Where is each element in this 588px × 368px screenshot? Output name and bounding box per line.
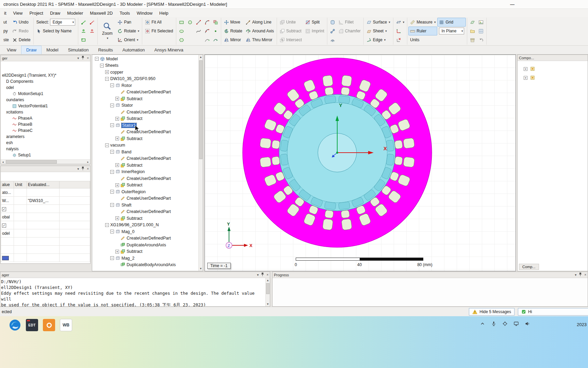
tab-ansys-minerva[interactable]: Ansys Minerva bbox=[150, 46, 188, 54]
expand-icon[interactable]: + bbox=[115, 250, 119, 254]
project-item-nalysis[interactable]: nalysis bbox=[1, 146, 90, 152]
toolbar-button-folder-icon[interactable] bbox=[468, 27, 477, 35]
close-icon[interactable]: × bbox=[87, 57, 89, 60]
toolbar-button-plane-xy-icon[interactable] bbox=[468, 18, 477, 27]
collapse-icon[interactable]: − bbox=[110, 104, 114, 107]
expand-icon[interactable]: + bbox=[105, 70, 109, 74]
toolbar-button-fit-all[interactable]: Fit All bbox=[143, 18, 175, 27]
collapse-icon[interactable]: − bbox=[110, 150, 114, 154]
toolbar-button-measure[interactable]: Measure▾ bbox=[408, 18, 437, 27]
model-tree-item-duplicatebodyaroundaxis[interactable]: DuplicateBodyAroundAxis bbox=[95, 262, 198, 269]
component-tree-node[interactable]: + bbox=[524, 73, 588, 82]
menu-item-help[interactable]: Help bbox=[156, 10, 172, 17]
scrollbar-thumb[interactable] bbox=[266, 283, 270, 294]
toolbar-button-udp-box-icon[interactable] bbox=[211, 18, 220, 27]
project-item-ell2ddesign1-transient-xy[interactable]: ell2DDesign1 (Transient, XY)* bbox=[1, 72, 90, 78]
project-item-phaseb[interactable]: PhaseB bbox=[1, 121, 90, 127]
pin-icon[interactable] bbox=[81, 56, 84, 60]
toolbar-button-edge-select-red2-icon[interactable] bbox=[88, 27, 96, 35]
model-tree-item-subtract[interactable]: +Subtract bbox=[95, 116, 198, 122]
model-tree-item-createuserdefinedpart[interactable]: CreateUserDefinedPart bbox=[95, 209, 198, 215]
property-checkbox[interactable]: ✓ bbox=[2, 207, 6, 211]
model-tree-item-subtract[interactable]: +Subtract bbox=[95, 248, 198, 255]
collapse-icon[interactable]: − bbox=[105, 223, 109, 227]
pin-icon[interactable] bbox=[81, 167, 84, 171]
toolbar-button-draw-circle-icon[interactable] bbox=[186, 18, 194, 27]
vertical-scrollbar[interactable]: ▲ ▼ bbox=[265, 278, 270, 306]
toolbar-button-draw-line-icon[interactable] bbox=[194, 18, 203, 27]
model-tree-item-createuserdefinedpart[interactable]: CreateUserDefinedPart bbox=[95, 235, 198, 242]
project-item-xcitations[interactable]: xcitations bbox=[1, 109, 90, 115]
toolbar-button-zoom[interactable]: Zoom▾ bbox=[99, 18, 116, 44]
project-item-oundaries[interactable]: oundaries bbox=[1, 97, 90, 103]
model-tree-item-outerregion[interactable]: −OuterRegion bbox=[95, 188, 198, 195]
toolbar-button-imprint[interactable]: Imprint bbox=[304, 27, 326, 35]
expand-icon[interactable]: + bbox=[524, 76, 527, 80]
collapse-icon[interactable]: − bbox=[110, 170, 114, 174]
collapse-icon[interactable]: − bbox=[110, 123, 114, 127]
toolbar-button-cs-delete-icon[interactable] bbox=[394, 35, 406, 44]
scroll-right-icon[interactable]: ► bbox=[86, 160, 90, 164]
toolbar-button-edge[interactable]: Select:Edge▾ bbox=[35, 18, 77, 27]
toolbar-button-pan[interactable]: Pan bbox=[116, 18, 141, 27]
model-tree-item-createuserdefinedpart[interactable]: CreateUserDefinedPart bbox=[95, 175, 198, 182]
menu-item-window[interactable]: Window bbox=[133, 10, 156, 17]
menu-item-view[interactable]: View bbox=[10, 10, 26, 17]
model-tree-item-stator[interactable]: −Stator bbox=[95, 102, 198, 109]
property-value-cell[interactable] bbox=[1, 237, 14, 246]
model-tree-item-sheets[interactable]: −Sheets bbox=[95, 62, 198, 69]
collapse-icon[interactable]: − bbox=[110, 256, 114, 260]
microphone-icon[interactable] bbox=[491, 321, 496, 326]
pin-icon[interactable] bbox=[261, 273, 264, 277]
property-value-cell[interactable]: obal bbox=[1, 213, 14, 221]
panel-menu-icon[interactable]: ▾ bbox=[575, 273, 576, 277]
horizontal-scrollbar[interactable]: ◄ ► bbox=[1, 159, 90, 164]
property-value-cell[interactable]: odel bbox=[1, 229, 14, 237]
toolbar-button-point-icon[interactable] bbox=[211, 27, 220, 35]
model-tree-item-subtract[interactable]: +Subtract bbox=[95, 95, 198, 102]
project-item-phasec[interactable]: PhaseC bbox=[1, 127, 90, 134]
tab-simulation[interactable]: Simulation bbox=[63, 46, 94, 54]
color-swatch[interactable] bbox=[2, 256, 9, 260]
component-tree-node[interactable]: + bbox=[524, 64, 588, 73]
toolbar-button-draw-ellipse-icon[interactable] bbox=[177, 27, 186, 35]
toolbar-button-rotate[interactable]: Rotate bbox=[222, 27, 244, 35]
model-tree-item-createuserdefinedpart[interactable]: CreateUserDefinedPart bbox=[95, 89, 198, 96]
model-tree-item-band[interactable]: −Band bbox=[95, 149, 198, 155]
model-tree-item-createuserdefinedpart[interactable]: CreateUserDefinedPart bbox=[95, 195, 198, 202]
minimize-button[interactable]: — bbox=[507, 2, 517, 7]
toolbar-button-draw-sweep-icon[interactable] bbox=[203, 35, 211, 44]
toolbar-button-mirror[interactable]: Mirror bbox=[222, 35, 244, 44]
toolbar-button-thru-mirror[interactable]: Thru Mirror bbox=[244, 35, 276, 44]
expand-icon[interactable]: + bbox=[115, 117, 119, 121]
scrollbar-thumb[interactable] bbox=[199, 60, 202, 159]
tab-draw[interactable]: Draw bbox=[21, 46, 42, 54]
toolbar-button-draw-arc-icon[interactable] bbox=[203, 18, 211, 27]
status-right-button[interactable]: Hi bbox=[518, 308, 588, 316]
menu-item-draw[interactable]: Draw bbox=[47, 10, 64, 17]
toolbar-button-connect-icon[interactable] bbox=[328, 27, 337, 35]
collapse-icon[interactable]: − bbox=[95, 57, 99, 61]
scroll-left-icon[interactable]: ◄ bbox=[1, 160, 5, 164]
model-tree-item-mag-0[interactable]: −Mag_0 bbox=[95, 228, 198, 235]
project-item-motionsetup1[interactable]: MotionSetup1 bbox=[1, 91, 90, 97]
scroll-down-icon[interactable]: ▼ bbox=[199, 266, 203, 271]
model-tree-item-createuserdefinedpart[interactable]: CreateUserDefinedPart bbox=[95, 129, 198, 136]
tab-automation[interactable]: Automation bbox=[118, 46, 150, 54]
menu-item-it[interactable]: it bbox=[1, 10, 10, 17]
toolbar-button-subtract[interactable]: Subtract bbox=[278, 27, 304, 35]
menu-item-tools[interactable]: Tools bbox=[116, 10, 133, 17]
browser-icon[interactable] bbox=[9, 319, 21, 331]
expand-icon[interactable]: + bbox=[524, 67, 527, 71]
expand-icon[interactable]: + bbox=[115, 216, 119, 220]
toolbar-button-fit-selected[interactable]: Fit Selected bbox=[143, 27, 175, 35]
model-tree-item-subtract[interactable]: +Subtract bbox=[95, 135, 198, 142]
property-value-cell[interactable] bbox=[1, 254, 14, 262]
toolbar-button-undo[interactable]: Undo bbox=[11, 18, 32, 27]
toolbar-button-edge-select-green-icon[interactable] bbox=[79, 18, 88, 27]
collapse-icon[interactable]: − bbox=[105, 77, 109, 81]
project-item-odel[interactable]: odel bbox=[1, 85, 90, 91]
toolbar-button-in-plane[interactable]: In Plane▾ bbox=[437, 27, 466, 35]
project-item-arameters[interactable]: arameters bbox=[1, 134, 90, 140]
toolbar-button-fillet[interactable]: Fillet bbox=[337, 18, 362, 27]
